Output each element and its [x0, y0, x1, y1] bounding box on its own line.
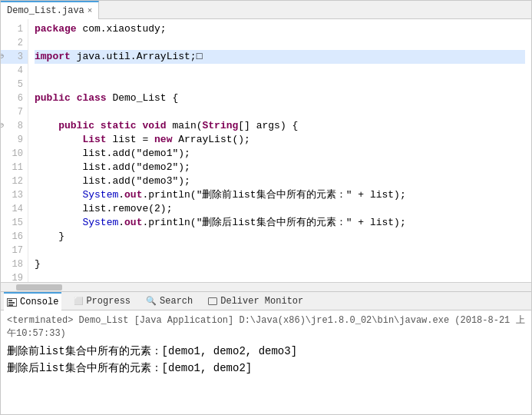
line-number-8: 8: [1, 119, 28, 133]
line-number-9: 9: [1, 133, 28, 147]
console-output-line: 删除后list集合中所有的元素：[demo1, demo2]: [7, 360, 525, 377]
console-body: <terminated> Demo_List [Java Application…: [1, 310, 531, 414]
line-number-6: 6: [1, 91, 28, 105]
code-line-13: System.out.println("删除前list集合中所有的元素：" + …: [35, 188, 525, 202]
line-number-13: 13: [1, 188, 28, 202]
code-line-15: System.out.println("删除后list集合中所有的元素：" + …: [35, 216, 525, 230]
code-line-18: }: [35, 257, 525, 271]
code-line-19: [35, 271, 525, 282]
line-number-19: 19: [1, 271, 28, 282]
code-line-11: list.add("demo2");: [35, 161, 525, 174]
line-numbers: 12345678910111213141516171819: [1, 19, 28, 282]
line-number-2: 2: [1, 36, 28, 50]
line-number-12: 12: [1, 174, 28, 188]
line-number-3: 3: [1, 50, 28, 64]
tab-close-button[interactable]: ×: [88, 6, 93, 15]
line-number-10: 10: [1, 147, 28, 161]
tab-console[interactable]: Console: [4, 292, 61, 310]
line-number-15: 15: [1, 216, 28, 230]
line-number-16: 16: [1, 230, 28, 244]
line-number-14: 14: [1, 202, 28, 216]
console-tab-bar: Console ⬜ Progress 🔍 Search Deliver Moni…: [1, 292, 531, 310]
code-line-5: [35, 78, 525, 91]
console-tab-label: Console: [20, 297, 58, 307]
code-line-10: list.add("demo1");: [35, 147, 525, 161]
line-number-11: 11: [1, 161, 28, 174]
line-number-18: 18: [1, 257, 28, 271]
editor-tab-bar: Demo_List.java ×: [1, 1, 531, 19]
line-number-4: 4: [1, 64, 28, 78]
scrollbar-thumb[interactable]: [16, 284, 62, 290]
search-icon: 🔍: [146, 296, 157, 306]
console-output-line: 删除前list集合中所有的元素：[demo1, demo2, demo3]: [7, 343, 525, 360]
deliver-icon: [208, 297, 217, 305]
code-line-8: public static void main(String[] args) {: [35, 119, 525, 133]
console-container: Console ⬜ Progress 🔍 Search Deliver Moni…: [0, 292, 532, 415]
code-area: 12345678910111213141516171819 package co…: [1, 19, 531, 282]
line-number-7: 7: [1, 105, 28, 119]
tab-search[interactable]: 🔍 Search: [143, 292, 196, 310]
code-line-17: [35, 244, 525, 257]
search-tab-label: Search: [160, 296, 193, 307]
code-line-12: list.add("demo3");: [35, 174, 525, 188]
line-number-17: 17: [1, 244, 28, 257]
progress-tab-label: Progress: [86, 296, 131, 307]
deliver-tab-label: Deliver Monitor: [220, 296, 303, 307]
code-line-6: public class Demo_List {: [35, 91, 525, 105]
code-line-1: package com.xiaostudy;: [35, 22, 525, 36]
line-number-5: 5: [1, 78, 28, 91]
horizontal-scrollbar[interactable]: [1, 282, 531, 291]
console-output: 删除前list集合中所有的元素：[demo1, demo2, demo3]删除后…: [7, 343, 525, 377]
console-icon: [7, 298, 17, 307]
code-content[interactable]: package com.xiaostudy; import java.util.…: [28, 19, 531, 282]
editor-container: Demo_List.java × 12345678910111213141516…: [0, 0, 532, 292]
code-line-4: [35, 64, 525, 78]
code-line-7: [35, 105, 525, 119]
code-line-14: list.remove(2);: [35, 202, 525, 216]
tab-progress[interactable]: ⬜ Progress: [71, 292, 134, 310]
tab-filename: Demo_List.java: [7, 5, 84, 16]
console-header: <terminated> Demo_List [Java Application…: [7, 314, 525, 340]
editor-tab[interactable]: Demo_List.java ×: [1, 1, 99, 19]
code-line-16: }: [35, 230, 525, 244]
code-line-2: [35, 36, 525, 50]
line-number-1: 1: [1, 22, 28, 36]
tab-deliver-monitor[interactable]: Deliver Monitor: [205, 292, 306, 310]
code-line-3: import java.util.ArrayList;□: [35, 50, 525, 64]
progress-icon: ⬜: [74, 297, 83, 306]
code-line-9: List list = new ArrayList();: [35, 133, 525, 147]
